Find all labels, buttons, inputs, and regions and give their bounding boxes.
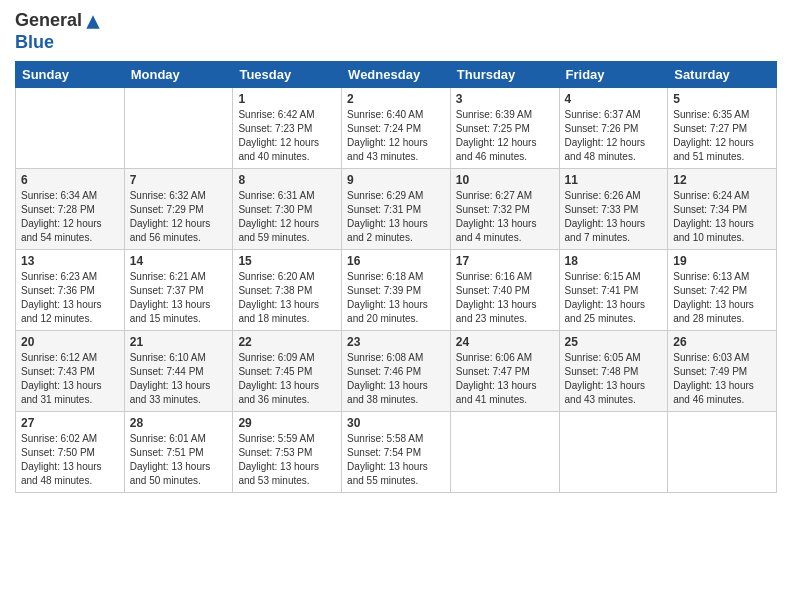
day-info: Sunrise: 6:32 AMSunset: 7:29 PMDaylight:… xyxy=(130,189,228,245)
day-info: Sunrise: 6:12 AMSunset: 7:43 PMDaylight:… xyxy=(21,351,119,407)
day-cell: 12Sunrise: 6:24 AMSunset: 7:34 PMDayligh… xyxy=(668,168,777,249)
day-info: Sunrise: 6:42 AMSunset: 7:23 PMDaylight:… xyxy=(238,108,336,164)
day-number: 23 xyxy=(347,335,445,349)
day-cell: 4Sunrise: 6:37 AMSunset: 7:26 PMDaylight… xyxy=(559,87,668,168)
day-info: Sunrise: 6:23 AMSunset: 7:36 PMDaylight:… xyxy=(21,270,119,326)
day-number: 28 xyxy=(130,416,228,430)
day-number: 11 xyxy=(565,173,663,187)
day-info: Sunrise: 6:08 AMSunset: 7:46 PMDaylight:… xyxy=(347,351,445,407)
day-info: Sunrise: 6:06 AMSunset: 7:47 PMDaylight:… xyxy=(456,351,554,407)
weekday-header-tuesday: Tuesday xyxy=(233,61,342,87)
day-number: 6 xyxy=(21,173,119,187)
day-info: Sunrise: 6:24 AMSunset: 7:34 PMDaylight:… xyxy=(673,189,771,245)
day-number: 25 xyxy=(565,335,663,349)
day-number: 13 xyxy=(21,254,119,268)
day-cell: 21Sunrise: 6:10 AMSunset: 7:44 PMDayligh… xyxy=(124,330,233,411)
day-info: Sunrise: 6:18 AMSunset: 7:39 PMDaylight:… xyxy=(347,270,445,326)
day-number: 8 xyxy=(238,173,336,187)
day-info: Sunrise: 6:39 AMSunset: 7:25 PMDaylight:… xyxy=(456,108,554,164)
day-info: Sunrise: 6:26 AMSunset: 7:33 PMDaylight:… xyxy=(565,189,663,245)
day-info: Sunrise: 6:21 AMSunset: 7:37 PMDaylight:… xyxy=(130,270,228,326)
day-cell: 11Sunrise: 6:26 AMSunset: 7:33 PMDayligh… xyxy=(559,168,668,249)
day-number: 21 xyxy=(130,335,228,349)
week-row-5: 27Sunrise: 6:02 AMSunset: 7:50 PMDayligh… xyxy=(16,411,777,492)
day-number: 20 xyxy=(21,335,119,349)
day-cell: 15Sunrise: 6:20 AMSunset: 7:38 PMDayligh… xyxy=(233,249,342,330)
day-number: 24 xyxy=(456,335,554,349)
day-cell xyxy=(668,411,777,492)
day-cell xyxy=(559,411,668,492)
weekday-header-saturday: Saturday xyxy=(668,61,777,87)
day-info: Sunrise: 6:02 AMSunset: 7:50 PMDaylight:… xyxy=(21,432,119,488)
day-info: Sunrise: 6:40 AMSunset: 7:24 PMDaylight:… xyxy=(347,108,445,164)
day-cell: 9Sunrise: 6:29 AMSunset: 7:31 PMDaylight… xyxy=(342,168,451,249)
day-info: Sunrise: 6:29 AMSunset: 7:31 PMDaylight:… xyxy=(347,189,445,245)
day-cell: 3Sunrise: 6:39 AMSunset: 7:25 PMDaylight… xyxy=(450,87,559,168)
weekday-header-monday: Monday xyxy=(124,61,233,87)
day-cell: 26Sunrise: 6:03 AMSunset: 7:49 PMDayligh… xyxy=(668,330,777,411)
day-number: 22 xyxy=(238,335,336,349)
day-info: Sunrise: 6:16 AMSunset: 7:40 PMDaylight:… xyxy=(456,270,554,326)
day-info: Sunrise: 6:20 AMSunset: 7:38 PMDaylight:… xyxy=(238,270,336,326)
logo-general: General xyxy=(15,10,82,30)
day-info: Sunrise: 5:58 AMSunset: 7:54 PMDaylight:… xyxy=(347,432,445,488)
day-cell: 13Sunrise: 6:23 AMSunset: 7:36 PMDayligh… xyxy=(16,249,125,330)
weekday-header-wednesday: Wednesday xyxy=(342,61,451,87)
header: General Blue xyxy=(15,10,777,53)
day-number: 15 xyxy=(238,254,336,268)
weekday-header-friday: Friday xyxy=(559,61,668,87)
week-row-3: 13Sunrise: 6:23 AMSunset: 7:36 PMDayligh… xyxy=(16,249,777,330)
day-number: 4 xyxy=(565,92,663,106)
day-info: Sunrise: 6:03 AMSunset: 7:49 PMDaylight:… xyxy=(673,351,771,407)
day-cell: 27Sunrise: 6:02 AMSunset: 7:50 PMDayligh… xyxy=(16,411,125,492)
day-cell: 18Sunrise: 6:15 AMSunset: 7:41 PMDayligh… xyxy=(559,249,668,330)
day-cell xyxy=(16,87,125,168)
day-number: 9 xyxy=(347,173,445,187)
day-cell xyxy=(450,411,559,492)
week-row-2: 6Sunrise: 6:34 AMSunset: 7:28 PMDaylight… xyxy=(16,168,777,249)
day-cell: 5Sunrise: 6:35 AMSunset: 7:27 PMDaylight… xyxy=(668,87,777,168)
day-number: 29 xyxy=(238,416,336,430)
day-number: 18 xyxy=(565,254,663,268)
weekday-header-sunday: Sunday xyxy=(16,61,125,87)
day-number: 27 xyxy=(21,416,119,430)
day-cell: 24Sunrise: 6:06 AMSunset: 7:47 PMDayligh… xyxy=(450,330,559,411)
day-number: 17 xyxy=(456,254,554,268)
day-cell: 14Sunrise: 6:21 AMSunset: 7:37 PMDayligh… xyxy=(124,249,233,330)
day-cell: 16Sunrise: 6:18 AMSunset: 7:39 PMDayligh… xyxy=(342,249,451,330)
day-cell: 7Sunrise: 6:32 AMSunset: 7:29 PMDaylight… xyxy=(124,168,233,249)
day-cell: 23Sunrise: 6:08 AMSunset: 7:46 PMDayligh… xyxy=(342,330,451,411)
logo-text: General Blue xyxy=(15,10,104,53)
day-info: Sunrise: 6:13 AMSunset: 7:42 PMDaylight:… xyxy=(673,270,771,326)
day-info: Sunrise: 6:37 AMSunset: 7:26 PMDaylight:… xyxy=(565,108,663,164)
day-number: 7 xyxy=(130,173,228,187)
logo-blue: Blue xyxy=(15,32,54,52)
day-number: 12 xyxy=(673,173,771,187)
day-info: Sunrise: 6:09 AMSunset: 7:45 PMDaylight:… xyxy=(238,351,336,407)
day-info: Sunrise: 6:27 AMSunset: 7:32 PMDaylight:… xyxy=(456,189,554,245)
day-info: Sunrise: 6:15 AMSunset: 7:41 PMDaylight:… xyxy=(565,270,663,326)
day-number: 16 xyxy=(347,254,445,268)
day-cell: 25Sunrise: 6:05 AMSunset: 7:48 PMDayligh… xyxy=(559,330,668,411)
day-number: 1 xyxy=(238,92,336,106)
day-cell: 20Sunrise: 6:12 AMSunset: 7:43 PMDayligh… xyxy=(16,330,125,411)
day-info: Sunrise: 6:01 AMSunset: 7:51 PMDaylight:… xyxy=(130,432,228,488)
day-number: 14 xyxy=(130,254,228,268)
day-cell: 19Sunrise: 6:13 AMSunset: 7:42 PMDayligh… xyxy=(668,249,777,330)
logo: General Blue xyxy=(15,10,104,53)
day-cell: 28Sunrise: 6:01 AMSunset: 7:51 PMDayligh… xyxy=(124,411,233,492)
day-cell: 8Sunrise: 6:31 AMSunset: 7:30 PMDaylight… xyxy=(233,168,342,249)
day-cell xyxy=(124,87,233,168)
weekday-header-thursday: Thursday xyxy=(450,61,559,87)
day-number: 5 xyxy=(673,92,771,106)
svg-marker-0 xyxy=(86,15,99,28)
week-row-4: 20Sunrise: 6:12 AMSunset: 7:43 PMDayligh… xyxy=(16,330,777,411)
day-info: Sunrise: 6:05 AMSunset: 7:48 PMDaylight:… xyxy=(565,351,663,407)
weekday-header-row: SundayMondayTuesdayWednesdayThursdayFrid… xyxy=(16,61,777,87)
day-cell: 1Sunrise: 6:42 AMSunset: 7:23 PMDaylight… xyxy=(233,87,342,168)
day-info: Sunrise: 5:59 AMSunset: 7:53 PMDaylight:… xyxy=(238,432,336,488)
day-number: 2 xyxy=(347,92,445,106)
day-info: Sunrise: 6:31 AMSunset: 7:30 PMDaylight:… xyxy=(238,189,336,245)
logo-icon xyxy=(83,12,103,32)
day-number: 10 xyxy=(456,173,554,187)
